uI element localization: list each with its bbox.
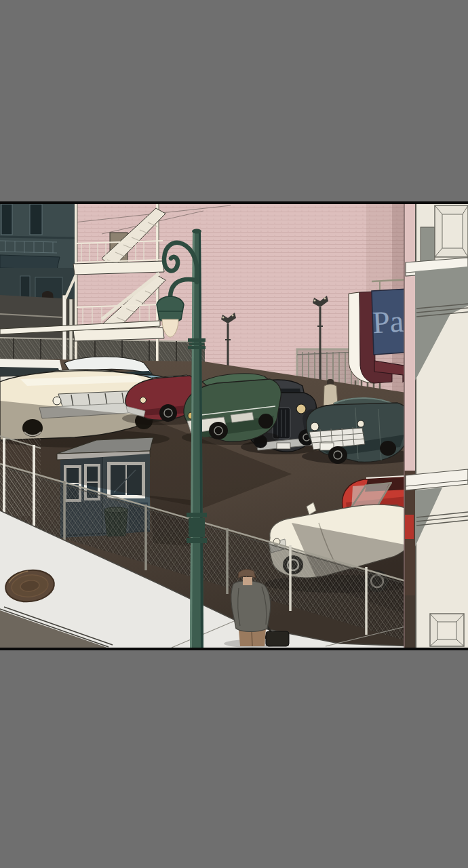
street-scene-illustration: Park	[0, 204, 468, 648]
bottom-recessed-panel	[430, 614, 464, 646]
awning	[0, 255, 60, 269]
cart-bag	[266, 631, 289, 646]
right-building	[404, 204, 468, 648]
post-collar	[188, 338, 206, 349]
comic-panel[interactable]: Park	[0, 201, 468, 650]
lamp-bell	[157, 296, 184, 323]
car-teal-coupe	[302, 398, 417, 465]
top-recessed-panel	[435, 205, 468, 257]
webtoon-viewer-page: { "app": { "background_color": "#6f6f6f"…	[0, 0, 468, 868]
post-base-moldings	[187, 513, 207, 543]
man-head	[243, 577, 252, 585]
man-jacket	[231, 581, 271, 632]
